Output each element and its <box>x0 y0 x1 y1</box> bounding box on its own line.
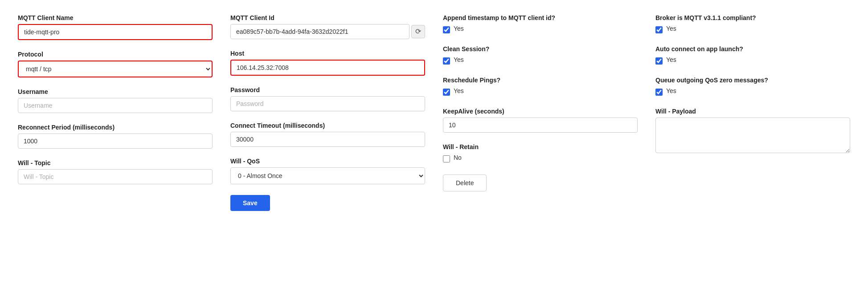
will-retain-field: Will - Retain No <box>443 143 638 164</box>
mqtt-client-id-wrapper: ⟳ <box>230 24 425 39</box>
connect-timeout-field: Connect Timeout (milliseconds) <box>230 122 425 147</box>
reconnect-period-label: Reconnect Period (milliseconds) <box>18 124 213 131</box>
append-timestamp-yes-label: Yes <box>454 25 464 32</box>
mqtt-client-id-field: MQTT Client Id ⟳ <box>230 14 425 39</box>
column-3: Append timestamp to MQTT client id? Yes … <box>443 14 638 211</box>
protocol-label: Protocol <box>18 51 213 58</box>
queue-outgoing-yes-label: Yes <box>666 87 676 94</box>
protocol-field: Protocol mqtt / tcp mqtts / tls ws wss <box>18 51 213 77</box>
auto-connect-field: Auto connect on app launch? Yes <box>655 45 850 66</box>
mqtt-client-name-label: MQTT Client Name <box>18 14 213 21</box>
will-qos-label: Will - QoS <box>230 158 425 165</box>
connect-timeout-label: Connect Timeout (milliseconds) <box>230 122 425 129</box>
delete-button-wrapper: Delete <box>443 174 638 191</box>
reschedule-pings-field: Reschedule Pings? Yes <box>443 77 638 97</box>
will-retain-label: Will - Retain <box>443 143 638 150</box>
will-topic-input[interactable] <box>18 169 213 184</box>
clean-session-checkbox[interactable] <box>443 57 450 65</box>
append-timestamp-checkbox-row: Yes <box>443 25 638 35</box>
will-payload-label: Will - Payload <box>655 108 850 115</box>
column-1: MQTT Client Name Protocol mqtt / tcp mqt… <box>18 14 213 211</box>
clean-session-field: Clean Session? Yes <box>443 45 638 66</box>
auto-connect-checkbox-row: Yes <box>655 56 850 66</box>
will-retain-checkbox[interactable] <box>443 155 450 162</box>
broker-mqtt-label: Broker is MQTT v3.1.1 compliant? <box>655 14 850 21</box>
will-topic-label: Will - Topic <box>18 159 213 166</box>
queue-outgoing-label: Queue outgoing QoS zero messages? <box>655 77 850 84</box>
reschedule-pings-label: Reschedule Pings? <box>443 77 638 84</box>
clean-session-yes-label: Yes <box>454 56 464 63</box>
clean-session-checkbox-row: Yes <box>443 56 638 66</box>
broker-mqtt-yes-label: Yes <box>666 25 676 32</box>
broker-mqtt-field: Broker is MQTT v3.1.1 compliant? Yes <box>655 14 850 35</box>
will-qos-select[interactable]: 0 - Almost Once 1 - At Least Once 2 - Ex… <box>230 167 425 184</box>
append-timestamp-field: Append timestamp to MQTT client id? Yes <box>443 14 638 35</box>
queue-outgoing-checkbox-row: Yes <box>655 87 850 97</box>
username-input[interactable] <box>18 98 213 113</box>
will-payload-input[interactable] <box>655 118 850 153</box>
username-label: Username <box>18 88 213 95</box>
password-input[interactable] <box>230 96 425 111</box>
reconnect-period-field: Reconnect Period (milliseconds) <box>18 124 213 149</box>
reschedule-pings-yes-label: Yes <box>454 87 464 94</box>
form-grid: MQTT Client Name Protocol mqtt / tcp mqt… <box>18 14 850 211</box>
host-input[interactable] <box>230 60 425 76</box>
auto-connect-yes-label: Yes <box>666 56 676 63</box>
save-button[interactable]: Save <box>230 195 270 211</box>
append-timestamp-label: Append timestamp to MQTT client id? <box>443 14 638 21</box>
column-4: Broker is MQTT v3.1.1 compliant? Yes Aut… <box>655 14 850 211</box>
mqtt-client-name-input[interactable] <box>18 24 213 40</box>
mqtt-client-id-label: MQTT Client Id <box>230 14 425 21</box>
reschedule-pings-checkbox-row: Yes <box>443 87 638 97</box>
password-label: Password <box>230 86 425 93</box>
queue-outgoing-field: Queue outgoing QoS zero messages? Yes <box>655 77 850 97</box>
broker-mqtt-checkbox[interactable] <box>655 26 663 33</box>
mqtt-client-name-field: MQTT Client Name <box>18 14 213 40</box>
auto-connect-checkbox[interactable] <box>655 57 663 65</box>
action-buttons-row: Save <box>230 195 425 211</box>
column-2: MQTT Client Id ⟳ Host Password Connect T… <box>230 14 425 211</box>
will-qos-field: Will - QoS 0 - Almost Once 1 - At Least … <box>230 158 425 184</box>
keepalive-field: KeepAlive (seconds) <box>443 108 638 133</box>
will-retain-checkbox-row: No <box>443 154 638 164</box>
append-timestamp-checkbox[interactable] <box>443 26 450 33</box>
mqtt-client-id-input[interactable] <box>230 24 409 39</box>
reconnect-period-input[interactable] <box>18 134 213 149</box>
clean-session-label: Clean Session? <box>443 45 638 53</box>
will-retain-no-label: No <box>454 154 462 161</box>
refresh-client-id-button[interactable]: ⟳ <box>411 25 425 38</box>
will-payload-field: Will - Payload <box>655 108 850 154</box>
username-field: Username <box>18 88 213 113</box>
will-topic-field: Will - Topic <box>18 159 213 184</box>
host-label: Host <box>230 50 425 57</box>
auto-connect-label: Auto connect on app launch? <box>655 45 850 53</box>
keepalive-label: KeepAlive (seconds) <box>443 108 638 115</box>
broker-mqtt-checkbox-row: Yes <box>655 25 850 35</box>
keepalive-input[interactable] <box>443 118 638 133</box>
connect-timeout-input[interactable] <box>230 132 425 147</box>
host-field: Host <box>230 50 425 76</box>
reschedule-pings-checkbox[interactable] <box>443 89 450 96</box>
refresh-icon: ⟳ <box>415 28 421 35</box>
delete-button[interactable]: Delete <box>443 174 487 191</box>
main-page: MQTT Client Name Protocol mqtt / tcp mqt… <box>0 0 868 292</box>
queue-outgoing-checkbox[interactable] <box>655 89 663 96</box>
password-field: Password <box>230 86 425 111</box>
protocol-select[interactable]: mqtt / tcp mqtts / tls ws wss <box>18 61 213 77</box>
